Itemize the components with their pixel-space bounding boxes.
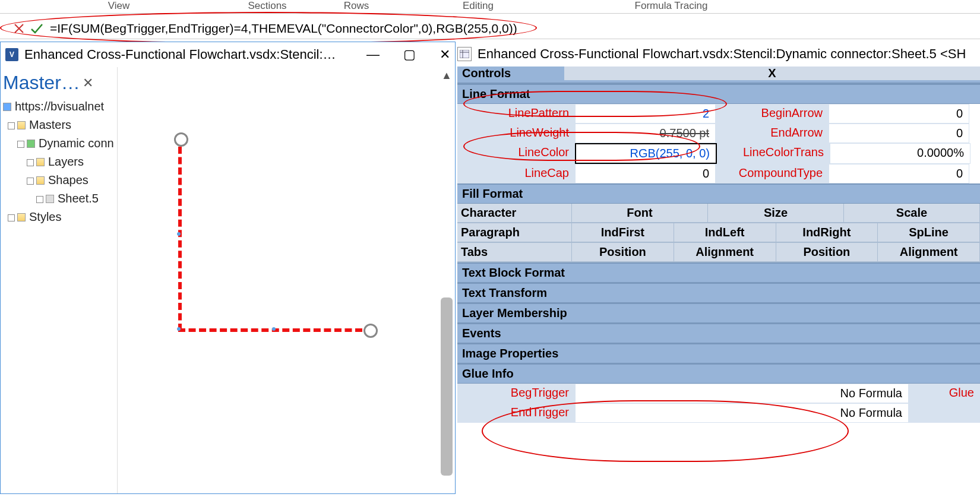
cancel-formula-icon[interactable] xyxy=(13,23,25,34)
section-header[interactable]: Layer Membership xyxy=(457,303,980,323)
cell-row: LineWeight0.7500 ptEndArrow0 xyxy=(457,124,980,143)
tree-view[interactable]: https://bvisualnet Masters Dynamic conn … xyxy=(3,97,115,226)
master-explorer-pane: Master… ✕ https://bvisualnet Masters Dyn… xyxy=(1,67,118,493)
cell-row: LineColorRGB(255, 0, 0)LineColorTrans0.0… xyxy=(457,143,980,164)
section-header[interactable]: CharacterFontSizeScale xyxy=(457,204,980,223)
shapesheet-window: Enhanced Cross-Functional Flowchart.vsdx… xyxy=(457,42,980,497)
shapesheet-title: Enhanced Cross-Functional Flowchart.vsdx… xyxy=(478,46,966,62)
cell-row: LineCap0CompoundType0 xyxy=(457,164,980,183)
formula-bar xyxy=(0,19,980,38)
connector-end-endpoint[interactable] xyxy=(363,324,378,338)
svg-rect-0 xyxy=(460,50,469,58)
pane-title: Master… ✕ xyxy=(3,72,115,94)
midpoint-handle[interactable] xyxy=(272,327,276,331)
shapesheet-icon xyxy=(457,47,472,61)
minimize-button[interactable]: — xyxy=(366,47,380,62)
midpoint-handle[interactable] xyxy=(177,232,181,236)
visio-icon: V xyxy=(5,48,18,61)
section-header[interactable]: Image Properties xyxy=(457,343,980,363)
connector-segment[interactable] xyxy=(178,147,182,331)
connector-begin-endpoint[interactable] xyxy=(174,132,188,147)
drawing-canvas[interactable]: ▲ xyxy=(118,67,455,493)
window-title: Enhanced Cross-Functional Flowchart.vsdx… xyxy=(24,47,336,62)
section-header[interactable]: ParagraphIndFirstIndLeftIndRightSpLine xyxy=(457,223,980,243)
accept-formula-icon[interactable] xyxy=(30,23,44,34)
section-header[interactable]: Line Format xyxy=(457,84,980,104)
stencil-window: V Enhanced Cross-Functional Flowchart.vs… xyxy=(0,42,456,494)
section-header[interactable]: Fill Format xyxy=(457,183,980,204)
shapesheet-grid[interactable]: ControlsX Line Format LinePattern2BeginA… xyxy=(457,67,980,497)
section-header[interactable]: Events xyxy=(457,323,980,343)
connector-segment[interactable] xyxy=(178,328,362,332)
corner-handle[interactable] xyxy=(177,327,181,331)
cell-row: LinePattern2BeginArrow0 xyxy=(457,104,980,124)
maximize-button[interactable]: ▢ xyxy=(403,47,416,62)
section-header[interactable]: Glue Info xyxy=(457,363,980,384)
scrollbar-thumb[interactable] xyxy=(441,297,453,476)
ribbon-group-labels: View Sections Rows Editing Formula Traci… xyxy=(0,0,980,13)
window-titlebar: V Enhanced Cross-Functional Flowchart.vs… xyxy=(1,42,455,67)
section-header[interactable]: Text Block Format xyxy=(457,262,980,283)
section-header[interactable]: TabsPositionAlignmentPositionAlignment xyxy=(457,243,980,262)
close-pane-icon[interactable]: ✕ xyxy=(83,75,93,91)
close-button[interactable]: ✕ xyxy=(440,47,450,62)
cell-row: EndTriggerNo Formula xyxy=(457,403,980,423)
formula-input[interactable] xyxy=(49,21,980,36)
section-header[interactable]: Text Transform xyxy=(457,283,980,303)
linecolor-cell[interactable]: RGB(255, 0, 0) xyxy=(575,143,717,164)
cell-row: BegTriggerNo FormulaGlue xyxy=(457,384,980,403)
scroll-up-arrow[interactable]: ▲ xyxy=(441,69,453,81)
